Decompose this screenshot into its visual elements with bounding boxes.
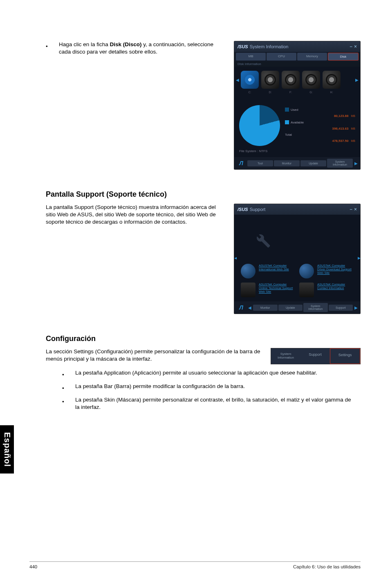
footer-tab-tool[interactable]: Tool (247, 160, 273, 166)
support-link-text: ASUSTeK Computer International Web Site (259, 264, 295, 271)
brand-logo: /SUS (238, 44, 248, 49)
swatch-used-icon (285, 108, 289, 112)
support-heading: Pantalla Support (Soporte técnico) (46, 190, 361, 199)
drive-icon[interactable] (241, 71, 259, 89)
tab-disk[interactable]: Disk (328, 53, 359, 61)
intro-bullet: • Haga clic en la ficha Disk (Disco) y, … (46, 41, 226, 56)
footer-left-arrow-icon[interactable]: ◀ (247, 305, 252, 310)
support-link-item[interactable]: ASUSTeK Computer Contact Information (299, 283, 354, 297)
disk-usage-block: Used 80,123.88MB Available 398,413.63MB … (234, 99, 360, 149)
tab-mb[interactable]: MB (236, 53, 266, 61)
contact-icon (299, 283, 314, 297)
drive-label: F: (282, 91, 300, 94)
info-tabs: MB CPU Memory Disk (234, 52, 360, 61)
used-value: 80,123.88 (334, 114, 349, 118)
support-link-text: ASUSTeK Computer Online Technical Suppor… (259, 283, 295, 294)
avail-label: Available (291, 121, 304, 124)
drive-label: G: (302, 91, 320, 94)
window-footer-nav: Л ◀ Monitor Update System Information Su… (234, 301, 360, 314)
wrench-icon (249, 227, 273, 251)
used-label: Used (291, 108, 298, 112)
carousel-left-icon[interactable]: ◀ (236, 78, 239, 82)
config-bullet-text: La pestaña Application (Aplicación) perm… (75, 369, 361, 379)
support-link-item[interactable]: ASUSTeK Computer Online Technical Suppor… (241, 283, 295, 297)
document-icon (241, 283, 256, 297)
total-label: Total (285, 133, 292, 137)
carousel-right-icon[interactable]: ▶ (355, 78, 359, 82)
config-bullet: • La pestaña Application (Aplicación) pe… (62, 369, 361, 379)
support-link-text: ASUSTeK Computer Contact Information (317, 283, 354, 290)
legend-used: Used (285, 108, 355, 112)
settings-tab-sysinfo[interactable]: System Information (271, 348, 300, 364)
footer-tab-monitor[interactable]: Monitor (274, 160, 300, 166)
footer-tab-update[interactable]: Update (300, 160, 326, 166)
config-bullet: • La pestaña Bar (Barra) permite modific… (62, 383, 361, 392)
support-window: /SUS Support − × ◀ (234, 204, 361, 314)
tab-cpu[interactable]: CPU (267, 53, 296, 61)
avail-value: 398,413.63 (332, 127, 348, 130)
total-value: 478,537.50 (332, 139, 348, 143)
footer-right-arrow-icon[interactable]: ▶ (354, 305, 359, 310)
drive-label: C: (241, 91, 259, 94)
drive-icon[interactable] (323, 71, 341, 89)
support-paragraph: La pantalla Support (Soporte técnico) mu… (46, 204, 226, 226)
carousel-right-icon[interactable]: ▶ (358, 215, 360, 301)
footer-logo-icon[interactable]: Л (236, 304, 247, 311)
intro-bold: Disk (Disco) (110, 41, 142, 47)
total-unit: MB (351, 139, 356, 142)
footer-tab-update[interactable]: Update (278, 305, 303, 311)
footer-tab-monitor[interactable]: Monitor (253, 305, 278, 311)
footer-tab-sysinfo[interactable]: System Information (303, 303, 328, 312)
config-bullet-text: La pestaña Bar (Barra) permite modificar… (75, 383, 361, 392)
avail-unit: MB (351, 127, 356, 130)
page-number: 440 (29, 564, 37, 569)
window-titlebar: /SUS System Information − × (234, 41, 360, 52)
window-footer-nav: Л Tool Monitor Update System Information… (234, 157, 360, 169)
minimize-icon[interactable]: − (350, 44, 352, 49)
chapter-label: Capítulo 6: Uso de las utilidades (293, 564, 361, 569)
footer-tab-sysinfo[interactable]: System Information (327, 159, 353, 168)
system-info-window: /SUS System Information − × MB CPU Memor… (234, 41, 361, 170)
bullet-dot-icon: • (46, 41, 47, 56)
window-title: System Information (250, 44, 289, 49)
settings-tab-line2: Information (273, 356, 299, 360)
disk-pie-chart (239, 105, 280, 146)
brand-logo: /SUS (238, 207, 248, 212)
bullet-dot-icon: • (62, 396, 64, 411)
disk-info-subheader: Disk Information (234, 61, 360, 67)
config-paragraph: La sección Settings (Configuración) perm… (46, 348, 262, 363)
close-icon[interactable]: × (354, 206, 357, 212)
minimize-icon[interactable]: − (350, 206, 352, 212)
globe-icon (241, 264, 256, 278)
window-title: Support (250, 207, 266, 212)
config-bullet: • La pestaña Skin (Máscara) permite pers… (62, 396, 361, 411)
drive-label: H: (323, 91, 341, 94)
settings-tab-support[interactable]: Support (300, 348, 330, 364)
support-hero (237, 215, 358, 260)
tab-memory[interactable]: Memory (297, 53, 327, 61)
support-links-grid: ASUSTeK Computer International Web Site … (237, 260, 358, 301)
drive-icon[interactable] (261, 71, 279, 89)
disk-carousel: ◀ C: D: F: G: H: ▶ (234, 67, 360, 93)
drive-icon[interactable] (282, 71, 300, 89)
drive-label: D: (261, 91, 279, 94)
used-unit: MB (351, 114, 356, 117)
footer-tab-support[interactable]: Support (329, 305, 353, 311)
settings-tab-settings[interactable]: Settings (330, 348, 360, 364)
footer-logo-icon[interactable]: Л (236, 160, 247, 166)
bullet-dot-icon: • (62, 383, 64, 392)
footer-right-arrow-icon[interactable]: ▶ (354, 161, 359, 166)
window-titlebar: /SUS Support − × (234, 204, 360, 215)
support-link-item[interactable]: ASUSTeK Computer International Web Site (241, 264, 295, 278)
legend-available: Available (285, 120, 355, 124)
intro-bullet-text: Haga clic en la ficha Disk (Disco) y, a … (59, 41, 226, 56)
drive-icon[interactable] (302, 71, 320, 89)
globe-icon (299, 264, 314, 278)
support-link-item[interactable]: ASUSTeK Computer Driver Download Support… (299, 264, 354, 278)
close-icon[interactable]: × (354, 44, 357, 49)
page-footer: 440 Capítulo 6: Uso de las utilidades (29, 561, 361, 569)
swatch-avail-icon (285, 120, 289, 124)
intro-pre: Haga clic en la ficha (59, 41, 110, 47)
config-bullet-text: La pestaña Skin (Máscara) permite person… (75, 396, 361, 411)
config-heading: Configuración (46, 334, 361, 343)
